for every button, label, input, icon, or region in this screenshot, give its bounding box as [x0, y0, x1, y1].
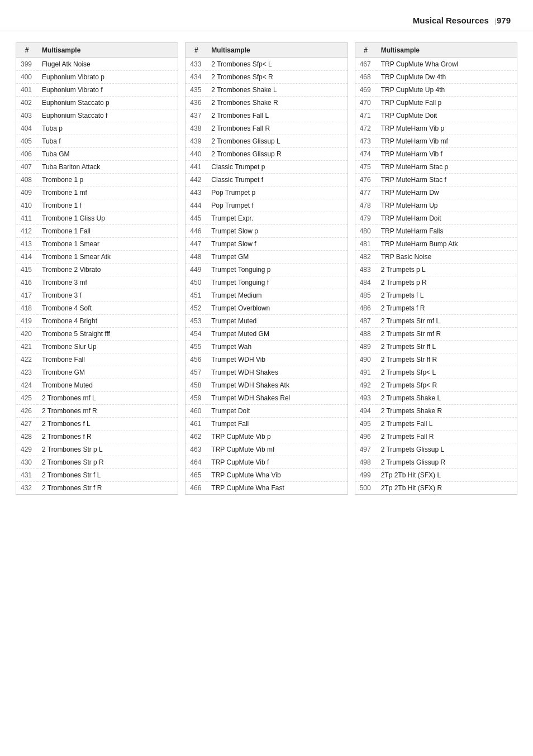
- row-multisample-name: 2 Trumpets Glissup L: [377, 443, 517, 456]
- table-row: 4942 Trumpets Shake R: [355, 405, 517, 418]
- col1-header-num: #: [16, 43, 37, 58]
- table-row: 4292 Trombones Str p L: [16, 443, 178, 456]
- table-row: 4262 Trombones mf R: [16, 405, 178, 418]
- row-multisample-name: 2 Trumpets f L: [377, 289, 517, 302]
- row-number: 400: [16, 71, 37, 84]
- row-number: 432: [16, 482, 37, 495]
- row-multisample-name: 2 Trumpets Str mf R: [377, 328, 517, 341]
- row-number: 461: [185, 418, 207, 430]
- table-row: 444Pop Trumpet f: [185, 199, 347, 212]
- table-row: 479TRP MuteHarm Doit: [355, 212, 517, 225]
- row-number: 456: [185, 353, 207, 366]
- row-multisample-name: 2Tp 2Tb Hit (SFX) R: [377, 482, 517, 495]
- table-row: 4362 Trombones Shake R: [185, 97, 347, 109]
- row-number: 423: [16, 366, 37, 379]
- row-multisample-name: Tuba p: [37, 122, 178, 135]
- row-number: 450: [185, 276, 207, 289]
- row-multisample-name: TRP MuteHarm Bump Atk: [377, 238, 517, 251]
- row-number: 485: [355, 289, 377, 302]
- row-number: 449: [185, 264, 207, 276]
- table-row: 4832 Trumpets p L: [355, 264, 517, 276]
- row-multisample-name: 2 Trumpets Str ff L: [377, 341, 517, 353]
- row-multisample-name: Trombone Slur Up: [37, 341, 178, 353]
- row-number: 488: [355, 328, 377, 341]
- row-number: 463: [185, 443, 207, 456]
- row-multisample-name: 2 Trombones Str p L: [37, 443, 178, 456]
- row-number: 430: [16, 456, 37, 469]
- row-number: 418: [16, 302, 37, 315]
- row-number: 500: [355, 482, 377, 495]
- row-multisample-name: Trumpet GM: [207, 251, 347, 264]
- table-row: 4912 Trumpets Sfp< L: [355, 366, 517, 379]
- row-number: 426: [16, 405, 37, 418]
- row-multisample-name: Trumpet Medium: [207, 289, 347, 302]
- page-header: Musical Resources |979: [0, 0, 533, 31]
- row-number: 422: [16, 353, 37, 366]
- row-multisample-name: 2 Trumpets Fall L: [377, 418, 517, 430]
- row-multisample-name: TRP MuteHarm Stac p: [377, 161, 517, 174]
- table-row: 4352 Trombones Shake L: [185, 84, 347, 97]
- row-multisample-name: TRP CupMute Fall p: [377, 97, 517, 109]
- table-row: 401Euphonium Vibrato f: [16, 84, 178, 97]
- table-row: 4252 Trombones mf L: [16, 392, 178, 405]
- row-number: 411: [16, 212, 37, 225]
- row-multisample-name: 2 Trumpets p R: [377, 276, 517, 289]
- table-row: 400Euphonium Vibrato p: [16, 71, 178, 84]
- row-multisample-name: 2 Trombones Glissup L: [207, 135, 347, 148]
- row-number: 475: [355, 161, 377, 174]
- column-3: # Multisample 467TRP CupMute Wha Growl46…: [355, 42, 517, 495]
- row-number: 492: [355, 379, 377, 392]
- row-multisample-name: Trumpet Tonguing p: [207, 264, 347, 276]
- row-multisample-name: TRP MuteHarm Doit: [377, 212, 517, 225]
- row-multisample-name: 2 Trombones Str f R: [37, 482, 178, 495]
- row-multisample-name: Trombone 2 Vibrato: [37, 264, 178, 276]
- table-row: 416Trombone 3 mf: [16, 276, 178, 289]
- row-multisample-name: Trumpet Expr.: [207, 212, 347, 225]
- table-row: 452Trumpet Overblown: [185, 302, 347, 315]
- row-number: 416: [16, 276, 37, 289]
- row-multisample-name: TRP CupMute Vib f: [207, 456, 347, 469]
- table-row: 481TRP MuteHarm Bump Atk: [355, 238, 517, 251]
- row-multisample-name: 2 Trombones Str p R: [37, 456, 178, 469]
- row-multisample-name: TRP MuteHarm Vib f: [377, 148, 517, 161]
- table-row: 4322 Trombones Str f R: [16, 482, 178, 495]
- table-row: 447Trumpet Slow f: [185, 238, 347, 251]
- row-multisample-name: Trumpet Wah: [207, 341, 347, 353]
- row-number: 417: [16, 289, 37, 302]
- row-number: 477: [355, 186, 377, 199]
- row-number: 469: [355, 84, 377, 97]
- row-multisample-name: Euphonium Staccato f: [37, 109, 178, 122]
- table-row: 407Tuba Bariton Attack: [16, 161, 178, 174]
- table-row: 4902 Trumpets Str ff R: [355, 353, 517, 366]
- row-multisample-name: Trombone 1 Gliss Up: [37, 212, 178, 225]
- table-col1: # Multisample 399Flugel Atk Noise400Euph…: [16, 43, 178, 494]
- table-row: 410Trombone 1 f: [16, 199, 178, 212]
- table-col3: # Multisample 467TRP CupMute Wha Growl46…: [355, 43, 517, 494]
- table-row: 446Trumpet Slow p: [185, 225, 347, 238]
- row-number: 454: [185, 328, 207, 341]
- row-multisample-name: TRP CupMute Doit: [377, 109, 517, 122]
- row-number: 479: [355, 212, 377, 225]
- table-row: 454Trumpet Muted GM: [185, 328, 347, 341]
- table-row: 477TRP MuteHarm Dw: [355, 186, 517, 199]
- row-multisample-name: TRP CupMute Wha Vib: [207, 469, 347, 482]
- table-row: 418Trombone 4 Soft: [16, 302, 178, 315]
- table-row: 471TRP CupMute Doit: [355, 109, 517, 122]
- col3-header-num: #: [355, 43, 377, 58]
- row-number: 427: [16, 418, 37, 430]
- row-multisample-name: Trumpet Tonguing f: [207, 276, 347, 289]
- table-row: 465TRP CupMute Wha Vib: [185, 469, 347, 482]
- table-row: 443Pop Trumpet p: [185, 186, 347, 199]
- row-number: 412: [16, 225, 37, 238]
- table-header-row: # Multisample: [185, 43, 347, 58]
- row-multisample-name: Trombone 1 Fall: [37, 225, 178, 238]
- table-row: 4892 Trumpets Str ff L: [355, 341, 517, 353]
- row-number: 472: [355, 122, 377, 135]
- table-row: 453Trumpet Muted: [185, 315, 347, 328]
- row-multisample-name: 2 Trumpets Str mf L: [377, 315, 517, 328]
- row-number: 447: [185, 238, 207, 251]
- table-row: 4312 Trombones Str f L: [16, 469, 178, 482]
- table-row: 411Trombone 1 Gliss Up: [16, 212, 178, 225]
- table-row: 4372 Trombones Fall L: [185, 109, 347, 122]
- row-number: 444: [185, 199, 207, 212]
